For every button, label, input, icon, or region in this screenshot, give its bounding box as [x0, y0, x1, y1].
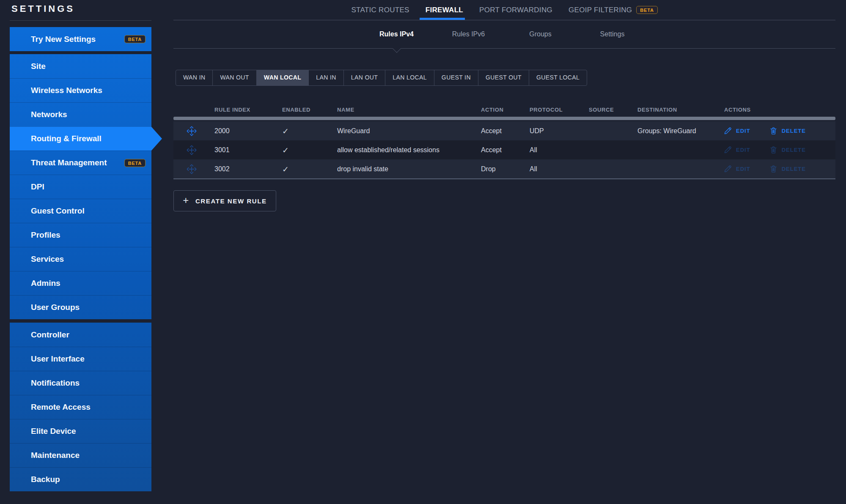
- sidebar-item-label: Notifications: [31, 378, 80, 388]
- column-action: ACTION: [476, 107, 525, 113]
- routing-firewall-tabs: STATIC ROUTES FIREWALL PORT FORWARDING G…: [173, 0, 835, 20]
- table-scrollbar[interactable]: [173, 117, 835, 120]
- sidebar-item-admins[interactable]: Admins: [10, 271, 151, 295]
- tab-settings[interactable]: Settings: [577, 20, 648, 48]
- filter-lan-out[interactable]: LAN OUT: [343, 70, 385, 85]
- protocol-cell: All: [525, 146, 584, 154]
- trash-icon: [769, 126, 778, 135]
- sidebar-item-services[interactable]: Services: [10, 247, 151, 271]
- table-row: 3001 ✓ allow established/related session…: [173, 140, 835, 159]
- destination-cell: Groups: WireGuard: [632, 127, 719, 135]
- sidebar-item-user-groups[interactable]: User Groups: [10, 295, 151, 319]
- sidebar-item-maintenance[interactable]: Maintenance: [10, 443, 151, 467]
- plus-icon: +: [183, 194, 190, 206]
- filter-guest-in[interactable]: GUEST IN: [434, 70, 478, 85]
- edit-button[interactable]: EDIT: [723, 145, 750, 154]
- tab-firewall[interactable]: FIREWALL: [426, 0, 463, 20]
- sidebar-item-remote-access[interactable]: Remote Access: [10, 395, 151, 419]
- sidebar-divider: [10, 20, 151, 21]
- column-source: SOURCE: [584, 107, 632, 113]
- table-row: 2000 ✓ WireGuard Accept UDP Groups: Wire…: [173, 121, 835, 140]
- tab-label: FIREWALL: [426, 6, 463, 14]
- sidebar-item-threat-management[interactable]: Threat Management BETA: [10, 151, 151, 175]
- enabled-check-icon: ✓: [277, 126, 332, 136]
- column-protocol: PROTOCOL: [525, 107, 584, 113]
- sidebar-section-site: Site Wireless Networks Networks Routing …: [10, 54, 151, 319]
- rule-name-cell: allow established/related sessions: [332, 146, 476, 154]
- sidebar-section-controller: Controller User Interface Notifications …: [10, 323, 151, 491]
- protocol-cell: All: [525, 165, 584, 173]
- tab-groups[interactable]: Groups: [505, 20, 577, 48]
- sidebar-item-label: Remote Access: [31, 403, 91, 412]
- tab-static-routes[interactable]: STATIC ROUTES: [351, 0, 409, 20]
- sidebar-item-label: Profiles: [31, 230, 60, 240]
- sidebar-item-label: Elite Device: [31, 427, 76, 436]
- sidebar-item-label: Controller: [31, 330, 69, 340]
- edit-label: EDIT: [736, 147, 750, 153]
- ruleset-filter-group: WAN IN WAN OUT WAN LOCAL LAN IN LAN OUT …: [176, 70, 587, 86]
- column-rule-index: RULE INDEX: [209, 107, 277, 113]
- drag-handle-icon[interactable]: [173, 126, 209, 137]
- beta-badge: BETA: [636, 6, 657, 14]
- delete-button[interactable]: DELETE: [769, 145, 806, 154]
- enabled-check-icon: ✓: [277, 145, 332, 155]
- filter-wan-out[interactable]: WAN OUT: [212, 70, 256, 85]
- table-bottom-border: [173, 178, 835, 179]
- sidebar-item-notifications[interactable]: Notifications: [10, 371, 151, 395]
- trash-icon: [769, 145, 778, 154]
- sidebar-item-try-new-settings[interactable]: Try New Settings BETA: [10, 27, 151, 51]
- tab-geoip-filtering[interactable]: GEOIP FILTERING BETA: [569, 0, 658, 20]
- sidebar-item-label: Networks: [31, 110, 67, 119]
- pencil-icon: [723, 126, 732, 135]
- edit-label: EDIT: [736, 128, 750, 134]
- filter-guest-local[interactable]: GUEST LOCAL: [529, 70, 587, 85]
- rule-index-cell: 2000: [209, 127, 277, 135]
- protocol-cell: UDP: [525, 127, 584, 135]
- filter-wan-local[interactable]: WAN LOCAL: [256, 70, 308, 85]
- sidebar-item-label: Services: [31, 255, 64, 264]
- sidebar-item-label: Routing & Firewall: [31, 134, 102, 143]
- beta-badge: BETA: [124, 159, 146, 167]
- delete-button[interactable]: DELETE: [769, 126, 806, 135]
- enabled-check-icon: ✓: [277, 164, 332, 174]
- tab-rules-ipv4[interactable]: Rules IPv4: [361, 20, 433, 48]
- main-content: STATIC ROUTES FIREWALL PORT FORWARDING G…: [173, 0, 835, 211]
- delete-button[interactable]: DELETE: [769, 164, 806, 173]
- delete-label: DELETE: [782, 128, 806, 134]
- create-new-rule-button[interactable]: + CREATE NEW RULE: [173, 190, 276, 211]
- sidebar-item-elite-device[interactable]: Elite Device: [10, 419, 151, 443]
- filter-guest-out[interactable]: GUEST OUT: [478, 70, 529, 85]
- sidebar-section-gap: [10, 51, 151, 54]
- filter-lan-local[interactable]: LAN LOCAL: [385, 70, 434, 85]
- tab-port-forwarding[interactable]: PORT FORWARDING: [479, 0, 552, 20]
- rule-name-cell: WireGuard: [332, 127, 476, 135]
- sidebar-item-backup[interactable]: Backup: [10, 467, 151, 491]
- settings-sidebar: Try New Settings BETA Site Wireless Netw…: [10, 27, 151, 491]
- filter-lan-in[interactable]: LAN IN: [308, 70, 343, 85]
- firewall-rules-table: RULE INDEX ENABLED NAME ACTION PROTOCOL …: [173, 104, 835, 179]
- edit-button[interactable]: EDIT: [723, 164, 750, 173]
- sidebar-item-controller[interactable]: Controller: [10, 323, 151, 347]
- edit-button[interactable]: EDIT: [723, 126, 750, 135]
- drag-handle-icon[interactable]: [173, 145, 209, 156]
- sidebar-item-label: Try New Settings: [31, 35, 96, 44]
- firewall-sub-tabs: Rules IPv4 Rules IPv6 Groups Settings: [173, 20, 835, 49]
- sidebar-item-guest-control[interactable]: Guest Control: [10, 199, 151, 223]
- sidebar-item-routing-firewall[interactable]: Routing & Firewall: [10, 126, 151, 151]
- sidebar-item-profiles[interactable]: Profiles: [10, 223, 151, 247]
- tab-rules-ipv6[interactable]: Rules IPv6: [433, 20, 505, 48]
- tab-label: PORT FORWARDING: [479, 6, 552, 14]
- row-actions: EDIT DELETE: [719, 164, 835, 173]
- sidebar-item-networks[interactable]: Networks: [10, 102, 151, 126]
- sidebar-item-label: Wireless Networks: [31, 86, 102, 95]
- sidebar-item-user-interface[interactable]: User Interface: [10, 347, 151, 371]
- sidebar-item-wireless-networks[interactable]: Wireless Networks: [10, 78, 151, 102]
- pencil-icon: [723, 164, 732, 173]
- sidebar-item-site[interactable]: Site: [10, 54, 151, 78]
- sidebar-item-label: Threat Management: [31, 158, 107, 167]
- filter-wan-in[interactable]: WAN IN: [176, 70, 212, 85]
- sidebar-section-new-settings: Try New Settings BETA: [10, 27, 151, 51]
- drag-handle-icon[interactable]: [173, 164, 209, 175]
- sidebar-item-dpi[interactable]: DPI: [10, 175, 151, 199]
- edit-label: EDIT: [736, 166, 750, 172]
